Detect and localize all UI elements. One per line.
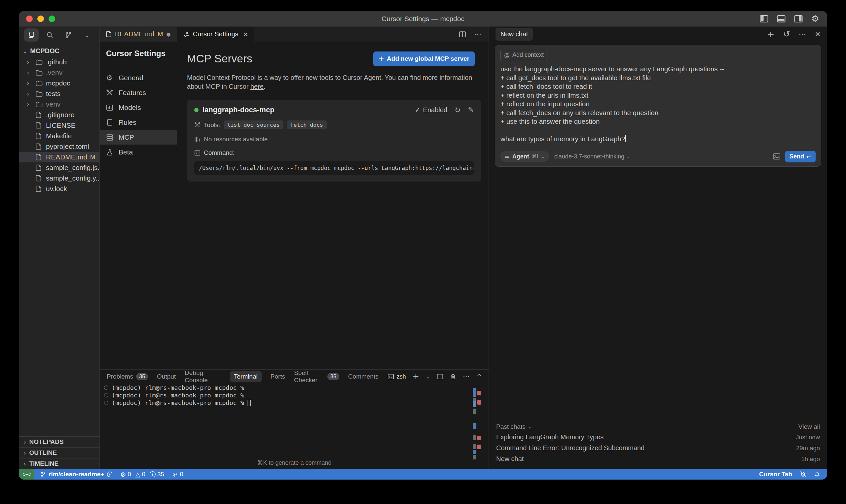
- server-enabled-toggle[interactable]: ✓ Enabled: [415, 106, 447, 114]
- past-chat-item[interactable]: New chat 1h ago: [496, 453, 820, 464]
- chat-empty-area: [489, 167, 827, 424]
- chevron-right-icon: ›: [27, 69, 33, 76]
- mcp-description-period: .: [264, 83, 265, 90]
- view-all-link[interactable]: View all: [798, 423, 820, 430]
- git-branch-name: rlm/clean-readme+: [49, 471, 104, 478]
- panel-tab-label: Problems: [107, 373, 133, 380]
- notifications-muted-icon[interactable]: [799, 471, 807, 478]
- tools-icon: [194, 122, 201, 128]
- tool-chip[interactable]: fetch_docs: [287, 121, 327, 129]
- settings-nav-models[interactable]: Models: [100, 100, 177, 115]
- tree-item-license[interactable]: LICENSE: [19, 120, 100, 131]
- settings-nav: Cursor Settings ⚙ General Features: [100, 41, 177, 369]
- source-control-icon[interactable]: [61, 29, 76, 41]
- shell-selector[interactable]: zsh: [387, 373, 406, 380]
- new-terminal-icon[interactable]: +: [413, 372, 419, 381]
- errors-icon: ⊗: [120, 470, 126, 478]
- section-timeline[interactable]: › TIMELINE: [19, 458, 100, 469]
- past-chat-item[interactable]: Exploring LangGraph Memory Types Just no…: [496, 432, 820, 443]
- maximize-panel-icon[interactable]: ^: [476, 373, 482, 381]
- bell-icon[interactable]: [814, 471, 821, 478]
- agent-mode-selector[interactable]: ∞ Agent ⌘I ⌄: [500, 151, 549, 162]
- tree-item-uvlock[interactable]: uv.lock: [19, 183, 100, 194]
- terminal-dropdown-icon[interactable]: ⌄: [426, 374, 430, 380]
- edit-server-icon[interactable]: ✎: [468, 106, 474, 114]
- file-icon: [36, 122, 43, 129]
- tool-chip[interactable]: list_doc_sources: [224, 121, 283, 129]
- file-icon: [36, 175, 43, 182]
- tree-item-sample-config-yaml[interactable]: sample_config.y...: [19, 173, 100, 183]
- close-tab-icon[interactable]: ✕: [243, 31, 248, 38]
- mcp-here-link[interactable]: here: [251, 83, 264, 90]
- panel-tab-comments[interactable]: Comments: [348, 373, 379, 380]
- tab-cursor-settings[interactable]: Cursor Settings ✕: [177, 27, 254, 41]
- remote-indicator[interactable]: ><: [19, 469, 34, 480]
- panel-tab-terminal[interactable]: Terminal: [230, 371, 262, 382]
- split-terminal-icon[interactable]: [437, 373, 443, 380]
- past-chat-title: Command Line Error: Unrecognized Subcomm…: [496, 444, 644, 452]
- chat-history-icon[interactable]: ↺: [783, 29, 790, 39]
- settings-nav-beta[interactable]: Beta: [100, 145, 177, 159]
- tree-item-tests[interactable]: › tests: [19, 88, 100, 99]
- chat-input-box[interactable]: @ Add context use the langgraph-docs-mcp…: [495, 45, 821, 167]
- chat-tab-new-chat[interactable]: New chat: [496, 28, 533, 41]
- panel-tab-problems[interactable]: Problems 35: [107, 373, 148, 380]
- tree-item-github[interactable]: › .github: [19, 57, 100, 67]
- problems-indicator[interactable]: ⊗ 0 △ 0 i 35: [120, 470, 164, 478]
- add-context-chip[interactable]: @ Add context: [500, 50, 547, 60]
- tree-item-sample-config-js[interactable]: sample_config.js...: [19, 162, 100, 173]
- tree-item-gitignore[interactable]: .gitignore: [19, 110, 100, 120]
- toggle-right-sidebar-icon[interactable]: [794, 15, 803, 23]
- tab-readme[interactable]: README.md M ●: [100, 27, 177, 41]
- git-branch-indicator[interactable]: rlm/clean-readme+: [40, 471, 113, 478]
- explorer-icon[interactable]: [24, 29, 39, 41]
- refresh-server-icon[interactable]: ↻: [454, 106, 461, 114]
- settings-nav-rules[interactable]: Rules: [100, 115, 177, 130]
- send-button[interactable]: Send ↵: [785, 151, 816, 162]
- panel-tab-spell-checker[interactable]: Spell Checker 35: [294, 369, 339, 384]
- settings-nav-features[interactable]: Features: [100, 85, 177, 100]
- sync-changes-icon[interactable]: [106, 471, 113, 478]
- kill-terminal-icon[interactable]: [450, 373, 456, 380]
- chat-message-text[interactable]: use the langgraph-docs-mcp server to ans…: [500, 65, 816, 144]
- search-icon[interactable]: [42, 29, 57, 41]
- cursor-tab-toggle[interactable]: Cursor Tab: [759, 471, 792, 478]
- more-actions-icon[interactable]: ⋯: [474, 30, 481, 38]
- panel-tab-ports[interactable]: Ports: [271, 373, 285, 380]
- section-outline[interactable]: › OUTLINE: [19, 447, 100, 458]
- tree-item-makefile[interactable]: Makefile: [19, 131, 100, 141]
- chat-more-icon[interactable]: ⋯: [798, 30, 806, 39]
- new-chat-icon[interactable]: +: [767, 29, 775, 39]
- tree-item-mcpdoc[interactable]: › mcpdoc: [19, 78, 100, 88]
- panel-more-icon[interactable]: ⋯: [463, 373, 470, 381]
- section-notepads[interactable]: › NOTEPADS: [19, 436, 100, 447]
- settings-nav-general[interactable]: ⚙ General: [100, 70, 177, 85]
- chevron-right-icon: ›: [27, 90, 33, 97]
- chat-line: + call fetch_docs tool to read it: [500, 82, 816, 91]
- toggle-bottom-panel-icon[interactable]: [777, 15, 785, 23]
- terminal-output[interactable]: (mcpdoc) rlm@rs-macbook-pro mcpdoc % (mc…: [100, 383, 488, 469]
- split-editor-icon[interactable]: [459, 31, 466, 38]
- past-chats-label[interactable]: Past chats: [496, 423, 525, 430]
- chat-question-text: what are types of memory in LangGraph?: [500, 135, 625, 143]
- more-views-chevron-icon[interactable]: ⌄: [80, 29, 94, 41]
- toggle-left-sidebar-icon[interactable]: [760, 15, 769, 23]
- tree-item-venv[interactable]: › venv: [19, 99, 100, 110]
- tree-root-header[interactable]: ⌄ MCPDOC: [19, 43, 100, 57]
- tree-item-venv-hidden[interactable]: › .venv: [19, 67, 100, 78]
- add-mcp-server-button[interactable]: + Add new global MCP server: [373, 52, 475, 66]
- past-chat-item[interactable]: Command Line Error: Unrecognized Subcomm…: [496, 443, 820, 453]
- server-command[interactable]: /Users/rlm/.local/bin/uvx --from mcpdoc …: [194, 161, 474, 175]
- model-selector[interactable]: claude-3.7-sonnet-thinking ⌄: [554, 153, 631, 160]
- settings-nav-mcp[interactable]: MCP: [100, 130, 177, 145]
- tree-item-readme[interactable]: README.md M: [19, 152, 100, 162]
- tree-item-pyproject[interactable]: pyproject.toml: [19, 141, 100, 152]
- unsaved-dot-icon[interactable]: ●: [167, 31, 171, 37]
- settings-gear-icon[interactable]: ⚙: [811, 14, 819, 23]
- add-mcp-server-label: Add new global MCP server: [387, 55, 469, 62]
- panel-tab-output[interactable]: Output: [157, 373, 176, 380]
- attach-image-icon[interactable]: [773, 153, 781, 160]
- close-chat-icon[interactable]: ✕: [815, 30, 821, 38]
- panel-tab-debug-console[interactable]: Debug Console: [185, 369, 221, 384]
- ports-indicator[interactable]: 0: [171, 471, 183, 478]
